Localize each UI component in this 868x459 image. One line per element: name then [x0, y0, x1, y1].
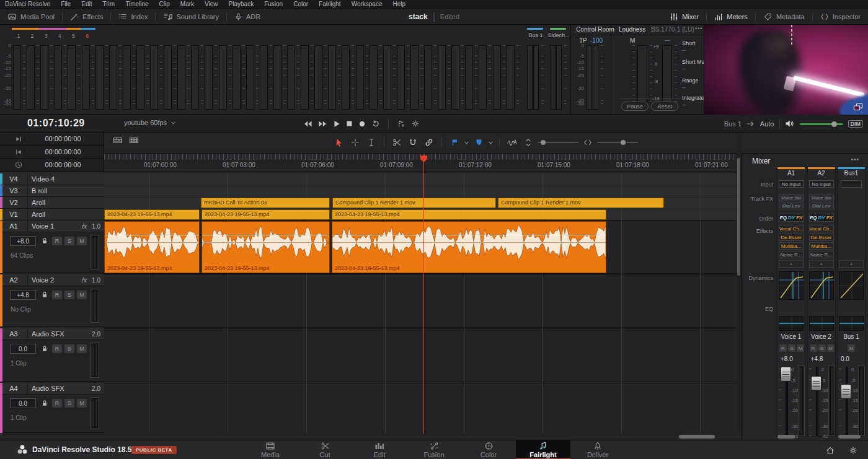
fastforward-icon[interactable] — [318, 120, 327, 128]
keyframe-flag-icon[interactable] — [397, 120, 405, 128]
rewind-icon[interactable] — [303, 120, 312, 128]
strip-effect[interactable]: Multiba... — [779, 242, 804, 250]
skip-end-icon[interactable] — [15, 136, 22, 142]
strip-dynamics-graph[interactable] — [779, 271, 804, 300]
home-icon[interactable] — [826, 446, 835, 455]
timeline-vscroll-thumb[interactable] — [737, 158, 740, 276]
menu-view[interactable]: View — [205, 1, 218, 7]
tab-fairlight[interactable]: Fairlight — [516, 440, 570, 459]
audio-track-header-a2[interactable]: A2Voice 2fx1.0 — [0, 274, 104, 286]
track-r-button[interactable]: R — [52, 344, 62, 353]
strip-fader-handle[interactable] — [841, 384, 851, 399]
timecode-field[interactable]: 00:00:00:00 — [0, 133, 104, 146]
strip-effect[interactable]: Noise R... — [779, 251, 804, 258]
audio-track-header-a1[interactable]: A1Voice 1fx1.0 — [0, 221, 104, 232]
chevron-down-icon[interactable] — [464, 140, 469, 146]
track-fx-indicator[interactable]: fx — [82, 277, 87, 284]
lock-icon[interactable] — [41, 237, 48, 245]
track-gain-value[interactable]: 0.0 — [10, 344, 36, 354]
track-gain-value[interactable]: +8.0 — [10, 236, 36, 246]
timecode-field[interactable]: 00:00:00:00 — [0, 146, 104, 159]
fit-v-tool[interactable] — [521, 136, 535, 149]
lock-icon[interactable] — [41, 291, 48, 299]
strip-input[interactable]: No Input — [779, 180, 804, 188]
strip-trackfx[interactable]: Dial Lev — [779, 203, 804, 209]
track-fx-indicator[interactable]: fx — [82, 223, 87, 230]
record-icon[interactable] — [358, 120, 366, 128]
video-track-header-v4[interactable]: V4Video 4 — [0, 173, 104, 185]
strip-dynamics-graph[interactable] — [839, 271, 864, 300]
range-tool[interactable] — [365, 136, 378, 149]
video-track-header-v3[interactable]: V3B roll — [0, 185, 104, 197]
menu-fairlight[interactable]: Fairlight — [319, 1, 341, 7]
chevron-down-icon[interactable] — [488, 140, 494, 146]
scissors-tool[interactable] — [390, 136, 404, 149]
strip-add-effect-button[interactable]: + — [809, 260, 834, 268]
pause-button[interactable]: Pause — [621, 102, 649, 111]
strip-input[interactable] — [841, 180, 862, 188]
tab-color[interactable]: Color — [461, 440, 516, 459]
toolbar-inspector[interactable]: Inspector — [813, 9, 868, 25]
menu-mark[interactable]: Mark — [180, 1, 194, 7]
track-m-button[interactable]: M — [77, 344, 87, 353]
strip-eq-graph[interactable] — [839, 316, 864, 331]
track-s-button[interactable]: S — [64, 344, 74, 353]
tab-fusion[interactable]: Fusion — [407, 440, 461, 459]
strip-trackfx[interactable]: Voice Iso — [779, 195, 804, 201]
strip-s-button[interactable]: S — [788, 344, 795, 352]
audio-track-header-a4[interactable]: A4Audio SFX2.0 — [0, 383, 104, 395]
strip-trackfx[interactable]: Dial Lev — [809, 203, 834, 209]
menu-fusion[interactable]: Fusion — [264, 1, 283, 7]
track-r-button[interactable]: R — [52, 399, 62, 408]
strip-order[interactable]: EQDYFX — [779, 214, 804, 222]
video-clip[interactable]: Compound Clip 1 Render 1.mov — [498, 198, 664, 208]
video-clip[interactable]: 2023-04-23 19-55-13.mp4 — [104, 209, 200, 220]
track-m-button[interactable]: M — [77, 237, 87, 245]
track-s-button[interactable]: S — [64, 399, 74, 408]
dim-button[interactable]: DIM — [848, 120, 864, 128]
trim-tool[interactable] — [348, 136, 362, 149]
lock-icon[interactable] — [41, 400, 48, 407]
menu-davinci-resolve[interactable]: DaVinci Resolve — [5, 1, 50, 7]
channel-number[interactable]: 3 — [38, 33, 53, 39]
toolbar-meters[interactable]: Meters — [707, 9, 755, 25]
toolbar-metadata[interactable]: Metadata — [756, 9, 812, 25]
timeline-preset-dropdown[interactable]: youtube 60fps — [124, 119, 176, 126]
toolbar-mixer[interactable]: Mixer — [662, 9, 706, 25]
volume-automation-line[interactable] — [105, 235, 199, 235]
strip-trackfx[interactable]: Voice Iso — [809, 195, 834, 201]
video-clip[interactable]: Compound Clip 1 Render 1.mov — [332, 198, 496, 208]
loudness-options-icon[interactable]: ••• — [695, 25, 702, 32]
settings-small-icon[interactable] — [411, 120, 420, 128]
strip-eq-graph[interactable] — [779, 316, 804, 331]
strip-effect[interactable]: Vocal Ch... — [779, 225, 804, 232]
menu-playback[interactable]: Playback — [229, 1, 254, 7]
playhead[interactable] — [423, 154, 424, 434]
tp-value[interactable]: -100 — [590, 37, 603, 44]
menu-trim[interactable]: Trim — [103, 1, 115, 7]
track-m-button[interactable]: M — [77, 291, 87, 299]
menu-edit[interactable]: Edit — [81, 1, 92, 7]
strip-m-button[interactable]: M — [797, 344, 804, 352]
zoom-slider[interactable] — [597, 142, 638, 143]
volume-thumb[interactable] — [831, 121, 837, 127]
speaker-icon[interactable] — [785, 120, 795, 128]
channel-number[interactable]: 1 — [11, 33, 26, 39]
strip-add-effect-button[interactable]: + — [779, 260, 804, 268]
grid-a-icon[interactable] — [113, 136, 123, 144]
channel-number[interactable]: 5 — [66, 33, 81, 39]
strip-dynamics-graph[interactable] — [809, 271, 834, 300]
strip-r-button[interactable]: R — [810, 344, 817, 352]
mixer-hscroll-thumb-2[interactable] — [838, 435, 861, 439]
menu-workspace[interactable]: Workspace — [352, 1, 383, 7]
skip-start-icon[interactable] — [15, 149, 22, 155]
menu-timeline[interactable]: Timeline — [125, 1, 148, 7]
menu-color[interactable]: Color — [293, 1, 308, 7]
timeline-hscroll-thumb[interactable] — [679, 435, 715, 439]
play-icon[interactable] — [333, 120, 340, 128]
strip-effect[interactable]: De-Esser — [779, 234, 804, 241]
link-tool[interactable] — [422, 136, 436, 149]
menu-clip[interactable]: Clip — [159, 1, 170, 7]
tab-edit[interactable]: Edit — [352, 440, 407, 459]
magnet-tool[interactable] — [406, 136, 420, 149]
